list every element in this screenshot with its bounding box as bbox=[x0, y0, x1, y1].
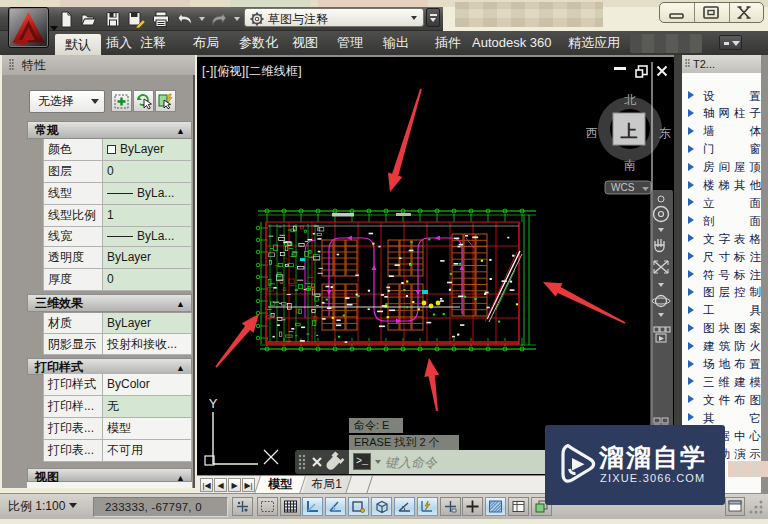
svg-text:西: 西 bbox=[586, 126, 598, 140]
svg-text:北: 北 bbox=[624, 93, 636, 107]
svg-text:东: 东 bbox=[659, 126, 671, 140]
svg-text:南: 南 bbox=[624, 158, 636, 172]
svg-text:WCS: WCS bbox=[611, 182, 635, 193]
svg-text:Y: Y bbox=[209, 396, 218, 411]
svg-text:上: 上 bbox=[620, 122, 638, 141]
